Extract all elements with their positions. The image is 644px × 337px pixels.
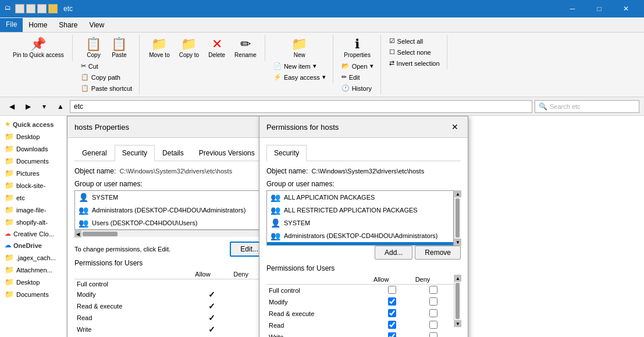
h-scroll-thumb[interactable] bbox=[83, 232, 118, 236]
sidebar-item-attachments[interactable]: 📁 Attachmen... bbox=[0, 264, 66, 276]
perm-name: Write bbox=[74, 324, 193, 335]
paste-shortcut-button[interactable]: 📋 Paste shortcut bbox=[79, 83, 134, 93]
hosts-permissions-table: Allow Deny Full control Modify ✓ Read & … bbox=[74, 269, 269, 337]
address-bar[interactable]: etc bbox=[70, 100, 532, 113]
hosts-h-scroll[interactable]: ◀ ▶ bbox=[74, 230, 269, 237]
select-none-button[interactable]: ☐ Select none bbox=[387, 47, 442, 57]
history-button[interactable]: 🕐 History bbox=[339, 83, 376, 93]
tab-security[interactable]: Security bbox=[115, 145, 155, 161]
perm-allow-check[interactable] bbox=[371, 308, 413, 320]
tab-details[interactable]: Details bbox=[155, 145, 191, 161]
scroll-down[interactable]: ▼ bbox=[454, 239, 461, 246]
new-button[interactable]: 📁 New bbox=[288, 36, 311, 60]
sidebar-item-blocksite[interactable]: 📁 block-site- bbox=[0, 179, 66, 191]
copy-button[interactable]: 📋 Copy bbox=[82, 36, 105, 60]
move-button[interactable]: 📁 Move to bbox=[145, 36, 173, 60]
delete-label: Delete bbox=[208, 52, 225, 58]
select-all-button[interactable]: ☑ Select all bbox=[387, 36, 442, 46]
perm-deny-check[interactable] bbox=[413, 331, 454, 337]
edit-button[interactable]: ✏ Edit bbox=[339, 72, 376, 82]
sidebar-item-downloads[interactable]: 📁 Downloads bbox=[0, 143, 66, 155]
perm-user-system[interactable]: 👤 SYSTEM bbox=[267, 217, 453, 229]
sidebar-item-creative[interactable]: ☁ Creative Clo... bbox=[0, 228, 66, 239]
tab-general[interactable]: General bbox=[74, 145, 115, 161]
up-button[interactable]: ▲ bbox=[54, 100, 67, 113]
permissions-users-listbox[interactable]: 👥 ALL APPLICATION PACKAGES 👥 ALL RESTRIC… bbox=[266, 190, 454, 246]
easy-access-button[interactable]: ⚡ Easy access ▾ bbox=[271, 72, 328, 82]
properties-button[interactable]: ℹ Properties bbox=[340, 36, 374, 60]
pin-quick-access-button[interactable]: 📌 Pin to Quick access bbox=[9, 36, 67, 60]
open-button[interactable]: 📂 Open ▾ bbox=[339, 61, 376, 71]
perm-user-all-app[interactable]: 👥 ALL APPLICATION PACKAGES bbox=[267, 191, 453, 204]
back-button[interactable]: ◀ bbox=[5, 100, 19, 113]
sidebar-item-documents2[interactable]: 📁 Documents bbox=[0, 288, 66, 300]
ribbon-group-pin: 📌 Pin to Quick access bbox=[5, 35, 73, 61]
search-bar[interactable]: 🔍 Search etc bbox=[535, 100, 639, 113]
maximize-button[interactable]: □ bbox=[586, 0, 613, 17]
paste-button[interactable]: 📋 Paste bbox=[108, 36, 131, 60]
permissions-group-label: Group or user names: bbox=[266, 180, 461, 188]
copy-path-button[interactable]: 📋 Copy path bbox=[79, 72, 134, 82]
perm-user-admin[interactable]: 👥 Administrators (DESKTOP-CD4HDOU\Admini… bbox=[267, 229, 453, 242]
recent-button[interactable]: ▾ bbox=[37, 100, 51, 113]
tab-permissions-security[interactable]: Security bbox=[266, 145, 307, 161]
perm-deny-check[interactable] bbox=[413, 308, 454, 320]
new-item-button[interactable]: 📄 New item ▾ bbox=[271, 61, 328, 71]
permissions-close[interactable]: ✕ bbox=[449, 121, 461, 133]
menu-view[interactable]: View bbox=[83, 19, 110, 31]
sidebar-item-etc[interactable]: 📁 etc bbox=[0, 191, 66, 204]
perm-table-scrollbar[interactable]: ▲ ▼ bbox=[454, 275, 461, 327]
hosts-user-system[interactable]: 👤 SYSTEM bbox=[75, 191, 261, 204]
permissions-scrollbar[interactable]: ▲ ▼ bbox=[454, 190, 461, 246]
rename-button[interactable]: ✏ Rename bbox=[231, 36, 260, 60]
perm-deny-check[interactable] bbox=[413, 296, 454, 308]
h-scroll-left[interactable]: ◀ bbox=[74, 230, 81, 237]
forward-button[interactable]: ▶ bbox=[21, 100, 35, 113]
permissions-object-label: Object name: bbox=[266, 167, 308, 175]
folder-icon: 📁 bbox=[5, 193, 14, 202]
tab-previous-versions[interactable]: Previous Versions bbox=[191, 145, 262, 161]
minimize-button[interactable]: ─ bbox=[559, 0, 586, 17]
sidebar-item-jagex[interactable]: 📁 .jagex_cach... bbox=[0, 251, 66, 264]
permissions-object-row: Object name: C:\Windows\System32\drivers… bbox=[266, 167, 461, 175]
delete-button[interactable]: ✕ Delete bbox=[205, 36, 229, 60]
hosts-user-admin[interactable]: 👥 Administrators (DESKTOP-CD4HDOU\Admini… bbox=[75, 204, 261, 217]
scroll-down[interactable]: ▼ bbox=[454, 320, 461, 327]
scroll-up[interactable]: ▲ bbox=[454, 190, 461, 197]
perm-user-restricted[interactable]: 👥 ALL RESTRICTED APPLICATION PACKAGES bbox=[267, 204, 453, 217]
hosts-user-users[interactable]: 👥 Users (DESKTOP-CD4HDOU\Users) bbox=[75, 217, 261, 229]
onedrive-section: ☁ OneDrive bbox=[0, 239, 66, 251]
scroll-thumb[interactable] bbox=[456, 283, 460, 319]
perm-deny-check[interactable] bbox=[413, 320, 454, 331]
invert-selection-button[interactable]: ⇄ Invert selection bbox=[387, 58, 442, 68]
sidebar-item-documents[interactable]: 📁 Documents bbox=[0, 155, 66, 167]
menu-share[interactable]: Share bbox=[53, 19, 83, 31]
folder-icon: 📁 bbox=[5, 144, 14, 153]
perm-allow-check[interactable] bbox=[371, 320, 413, 331]
folder-icon: 📁 bbox=[5, 181, 14, 190]
hosts-users-listbox[interactable]: 👤 SYSTEM 👥 Administrators (DESKTOP-CD4HD… bbox=[74, 190, 262, 230]
permissions-remove-button[interactable]: Remove bbox=[415, 246, 461, 260]
sidebar-item-desktop[interactable]: 📁 Desktop bbox=[0, 130, 66, 143]
perm-allow-check[interactable] bbox=[371, 331, 413, 337]
perm-allow-check[interactable] bbox=[371, 296, 413, 308]
sidebar-item-imagefile[interactable]: 📁 image-file- bbox=[0, 204, 66, 216]
cut-button[interactable]: ✂ Cut bbox=[79, 61, 134, 71]
perm-deny-check[interactable] bbox=[413, 285, 454, 297]
sidebar-item-shopify[interactable]: 📁 shopify-alt- bbox=[0, 216, 66, 228]
permissions-title: Permissions for hosts ✕ bbox=[259, 116, 468, 138]
menu-home[interactable]: Home bbox=[23, 19, 53, 31]
copy2-button[interactable]: 📁 Copy to bbox=[176, 36, 202, 60]
close-button[interactable]: ✕ bbox=[613, 0, 639, 17]
undo-icon[interactable] bbox=[26, 4, 35, 13]
redo-icon[interactable] bbox=[37, 4, 47, 13]
perm-allow-check[interactable] bbox=[371, 285, 413, 297]
folder-icon: 📁 bbox=[5, 157, 14, 165]
sidebar-item-desktop2[interactable]: 📁 Desktop bbox=[0, 276, 66, 288]
sidebar-item-pictures[interactable]: 📁 Pictures bbox=[0, 167, 66, 179]
quick-access-icon[interactable] bbox=[15, 4, 24, 13]
permissions-add-button[interactable]: Add... bbox=[375, 246, 412, 260]
menu-file[interactable]: File bbox=[0, 18, 23, 32]
scroll-thumb[interactable] bbox=[456, 198, 460, 237]
scroll-up[interactable]: ▲ bbox=[454, 275, 461, 282]
